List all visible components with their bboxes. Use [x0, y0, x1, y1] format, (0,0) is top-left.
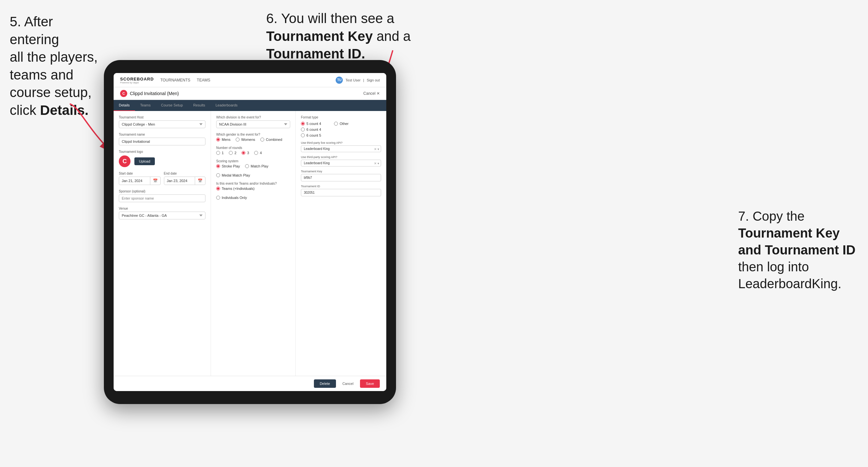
- scoring-stroke-radio[interactable]: [216, 164, 220, 168]
- round-3[interactable]: 3: [242, 151, 249, 155]
- tab-course-setup[interactable]: Course Setup: [156, 100, 188, 111]
- round-1-radio[interactable]: [216, 151, 220, 155]
- scoring-stroke[interactable]: Stroke Play: [216, 164, 240, 168]
- format-5count4-label: 5 count 4: [306, 122, 321, 126]
- footer-cancel-button[interactable]: Cancel: [339, 379, 358, 388]
- nav-tournaments[interactable]: TOURNAMENTS: [160, 76, 190, 84]
- gender-combined-radio[interactable]: [260, 137, 264, 142]
- format-6count5-label: 6 count 5: [306, 133, 321, 137]
- user-avatar: TU: [336, 76, 343, 84]
- start-date-label: Start date: [119, 172, 161, 175]
- tournament-name-input[interactable]: [119, 137, 206, 145]
- round-2-radio[interactable]: [229, 151, 233, 155]
- gender-mens-radio[interactable]: [216, 137, 220, 142]
- scoring-group: Scoring system Stroke Play Match Play: [216, 159, 290, 177]
- format-5count4[interactable]: 5 count 4: [301, 122, 321, 126]
- format-other[interactable]: Other: [334, 122, 349, 126]
- round-2[interactable]: 2: [229, 151, 236, 155]
- tournament-host-select[interactable]: Clippd College - Men: [119, 120, 206, 128]
- api1-clear-icon[interactable]: ✕ ▾: [374, 147, 379, 151]
- round-3-radio[interactable]: [242, 151, 245, 155]
- sign-out-link[interactable]: Sign out: [367, 78, 380, 82]
- end-date-calendar-icon[interactable]: 📅: [195, 177, 205, 185]
- gender-womens-label: Womens: [241, 137, 255, 142]
- annotation-right-line1: 7. Copy the: [738, 209, 805, 223]
- tournament-key-input[interactable]: [301, 174, 381, 181]
- scoring-label: Scoring system: [216, 159, 290, 163]
- nav-links: TOURNAMENTS TEAMS: [160, 76, 336, 84]
- tablet: SCOREBOARD Powered by clippd TOURNAMENTS…: [104, 60, 396, 404]
- annotation-right-bold2: and Tournament ID: [738, 243, 855, 257]
- scoring-medal-radio[interactable]: [216, 173, 220, 177]
- individuals-only[interactable]: Individuals Only: [216, 196, 247, 199]
- rounds-label: Number of rounds: [216, 146, 290, 150]
- format-6count5-radio[interactable]: [301, 133, 305, 137]
- end-date-input[interactable]: [164, 177, 195, 184]
- tournament-id-field: Tournament ID: [301, 185, 381, 196]
- teams-group: Is this event for Teams and/or Individua…: [216, 182, 290, 199]
- form-footer: Delete Cancel Save: [114, 376, 386, 391]
- annotation-left-line3: teams and: [10, 67, 73, 83]
- format-6count4[interactable]: 6 count 4: [301, 128, 321, 131]
- nav-separator: |: [363, 78, 364, 82]
- upload-button[interactable]: Upload: [134, 157, 155, 165]
- page-cancel-button[interactable]: Cancel ✕: [363, 91, 380, 96]
- tab-teams[interactable]: Teams: [135, 100, 156, 111]
- round-4[interactable]: 4: [254, 151, 261, 155]
- annotation-top-line1: 6. You will then see a: [266, 11, 394, 26]
- api1-select-container: Leaderboard King ✕ ▾: [301, 145, 381, 152]
- individuals-only-radio[interactable]: [216, 196, 220, 199]
- main-content: Tournament Host Clippd College - Men Tou…: [114, 111, 386, 376]
- tab-results[interactable]: Results: [188, 100, 210, 111]
- sponsor-input[interactable]: [119, 194, 206, 202]
- tournament-logo-group: Tournament logo C Upload: [119, 150, 206, 167]
- round-2-label: 2: [235, 151, 236, 155]
- scoring-options: Stroke Play Match Play Medal Match Play: [216, 164, 290, 177]
- gender-mens-label: Mens: [222, 137, 230, 142]
- start-date-field: Start date 📅: [119, 172, 161, 185]
- gender-combined[interactable]: Combined: [260, 137, 282, 142]
- scoring-match[interactable]: Match Play: [245, 164, 268, 168]
- tab-leaderboards[interactable]: Leaderboards: [210, 100, 243, 111]
- scoring-medal[interactable]: Medal Match Play: [216, 173, 250, 177]
- api2-label: Use third-party scoring API?: [301, 155, 381, 159]
- format-6count4-radio[interactable]: [301, 128, 305, 131]
- start-date-calendar-icon[interactable]: 📅: [150, 177, 160, 185]
- scoring-stroke-label: Stroke Play: [222, 164, 240, 168]
- api2-clear-icon[interactable]: ✕ ▾: [374, 161, 379, 165]
- format-other-radio[interactable]: [334, 122, 338, 126]
- teams-plus-radio[interactable]: [216, 187, 220, 190]
- start-date-input[interactable]: [119, 177, 150, 184]
- save-button[interactable]: Save: [360, 379, 380, 388]
- annotation-left-line5: click: [10, 102, 40, 118]
- gender-womens[interactable]: Womens: [236, 137, 255, 142]
- api1-select[interactable]: Leaderboard King: [301, 145, 381, 152]
- tournament-name-label: Tournament name: [119, 133, 206, 136]
- division-select[interactable]: NCAA Division III: [216, 120, 290, 128]
- api2-select[interactable]: Leaderboard King: [301, 160, 381, 166]
- tab-details[interactable]: Details: [114, 100, 135, 111]
- format-6count5[interactable]: 6 count 5: [301, 133, 321, 137]
- gender-mens[interactable]: Mens: [216, 137, 230, 142]
- scoring-medal-label: Medal Match Play: [222, 173, 250, 177]
- scoring-match-radio[interactable]: [245, 164, 249, 168]
- individuals-only-label: Individuals Only: [222, 196, 247, 199]
- end-date-label: End date: [164, 172, 206, 175]
- teams-plus-individuals[interactable]: Teams (+Individuals): [216, 187, 254, 190]
- logo-sub: Powered by clippd: [120, 82, 154, 84]
- nav-teams[interactable]: TEAMS: [197, 76, 210, 84]
- delete-button[interactable]: Delete: [314, 379, 336, 388]
- annotation-left-line2: all the players,: [10, 49, 98, 65]
- tablet-screen: SCOREBOARD Powered by clippd TOURNAMENTS…: [114, 73, 386, 391]
- format-other-label: Other: [340, 122, 349, 126]
- annotation-left-line4: course setup,: [10, 85, 92, 100]
- tournament-id-input[interactable]: [301, 189, 381, 196]
- round-4-radio[interactable]: [254, 151, 258, 155]
- gender-womens-radio[interactable]: [236, 137, 240, 142]
- format-5count4-radio[interactable]: [301, 122, 305, 126]
- tournament-key-label: Tournament Key: [301, 170, 381, 173]
- logo-text: SCOREBOARD: [120, 76, 154, 82]
- round-1[interactable]: 1: [216, 151, 224, 155]
- scoring-match-label: Match Play: [251, 164, 268, 168]
- venue-select[interactable]: Peachtree GC - Atlanta - GA: [119, 212, 206, 219]
